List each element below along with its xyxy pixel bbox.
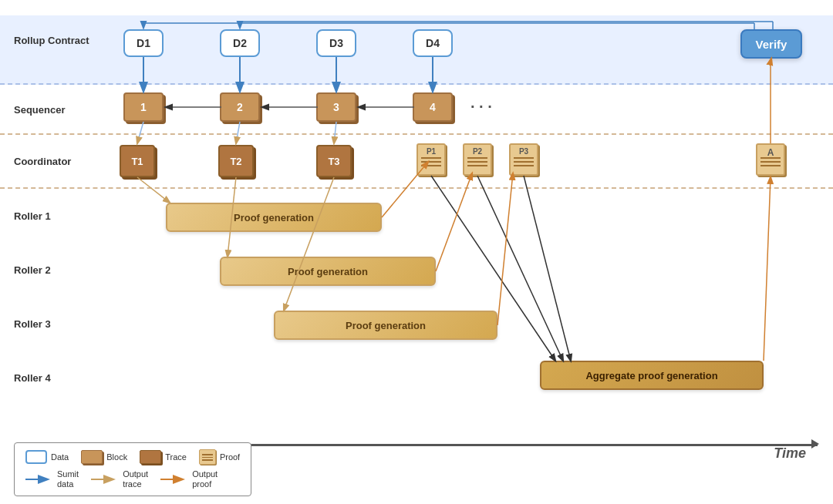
legend: Data Block Trace Proof <box>14 442 251 496</box>
block-node-1: 1 <box>123 92 164 122</box>
legend-row-1: Data Block Trace Proof <box>25 449 240 465</box>
svg-line-15 <box>524 176 571 361</box>
legend-output-proof: Outputproof <box>160 469 218 489</box>
roller1-label: Roller 1 <box>14 210 51 222</box>
data-node-d1: D1 <box>123 29 164 57</box>
time-label: Time <box>774 445 806 462</box>
legend-submit-arrow-icon <box>25 474 53 485</box>
data-node-d2: D2 <box>220 29 260 57</box>
svg-line-18 <box>497 173 513 325</box>
trace-node-t3: T3 <box>316 145 352 177</box>
block-node-4: 4 <box>413 92 453 122</box>
proof-node-p2: P2 <box>463 143 492 176</box>
roller4-label: Roller 4 <box>14 372 51 384</box>
sequencer-label: Sequencer <box>14 104 65 116</box>
dots-sequencer: · · · <box>470 98 492 116</box>
legend-submit: Sumitdata <box>25 469 79 489</box>
block-node-2: 2 <box>220 92 260 122</box>
proof-node-p1: P1 <box>416 143 446 176</box>
legend-trace-icon <box>140 450 161 464</box>
agg-proof-node-a: A <box>756 143 785 176</box>
legend-data-label: Data <box>51 452 69 462</box>
svg-line-12 <box>284 177 334 311</box>
legend-proof-icon <box>199 449 216 465</box>
roller3-proof-gen-bar: Proof generation <box>274 311 497 340</box>
legend-submit-label: Sumitdata <box>57 469 79 489</box>
trace-node-t1: T1 <box>120 145 155 177</box>
trace-node-t2: T2 <box>218 145 254 177</box>
verify-box: Verify <box>740 29 802 59</box>
legend-data: Data <box>25 450 69 464</box>
rollup-label: Rollup Contract <box>14 35 89 48</box>
data-node-d4: D4 <box>413 29 453 57</box>
roller4-agg-proof-bar: Aggregate proof generation <box>540 361 764 390</box>
proof-node-p3: P3 <box>509 143 538 176</box>
legend-block-icon <box>81 450 103 464</box>
legend-output-trace-label: Outputtrace <box>123 469 148 489</box>
legend-proof-label: Proof <box>220 452 240 462</box>
legend-row-2: Sumitdata Outputtrace Outputproof <box>25 469 240 489</box>
roller2-proof-gen-bar: Proof generation <box>220 257 436 286</box>
legend-output-trace: Outputtrace <box>91 469 148 489</box>
roller2-label: Roller 2 <box>14 264 51 276</box>
legend-data-icon <box>25 450 47 464</box>
time-arrow <box>811 439 819 449</box>
legend-output-trace-arrow-icon <box>91 474 119 485</box>
legend-trace: Trace <box>140 450 187 464</box>
legend-block: Block <box>81 450 127 464</box>
legend-output-proof-label: Outputproof <box>192 469 218 489</box>
roller3-label: Roller 3 <box>14 318 51 330</box>
legend-block-label: Block <box>106 452 127 462</box>
roller1-proof-gen-bar: Proof generation <box>166 203 382 232</box>
block-node-3: 3 <box>316 92 356 122</box>
coordinator-label: Coordinator <box>14 156 71 167</box>
legend-proof: Proof <box>199 449 240 465</box>
diagram-container: Rollup Contract Sequencer Coordinator Ro… <box>0 0 833 504</box>
data-node-d3: D3 <box>316 29 356 57</box>
svg-line-19 <box>764 177 771 361</box>
legend-output-proof-arrow-icon <box>160 474 188 485</box>
legend-trace-label: Trace <box>165 452 187 462</box>
